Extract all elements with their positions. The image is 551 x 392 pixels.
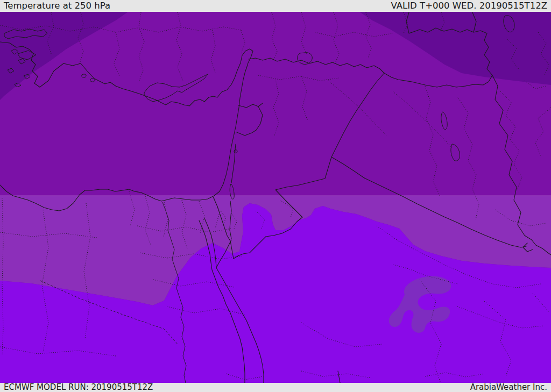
map-area [0, 12, 551, 383]
footer-bar: ECMWF MODEL RUN: 20190515T12Z ArabiaWeat… [0, 383, 551, 392]
map-title: Temperature at 250 hPa [4, 0, 110, 12]
valid-time-label: VALID T+000 WED. 20190515T12Z [391, 0, 547, 12]
header-bar: Temperature at 250 hPa VALID T+000 WED. … [0, 0, 551, 12]
model-run-label: ECMWF MODEL RUN: 20190515T12Z [4, 383, 153, 392]
temperature-map-svg [0, 12, 551, 383]
credit-label: ArabiaWeather Inc. [470, 383, 547, 392]
weather-map-window: Temperature at 250 hPa VALID T+000 WED. … [0, 0, 551, 392]
